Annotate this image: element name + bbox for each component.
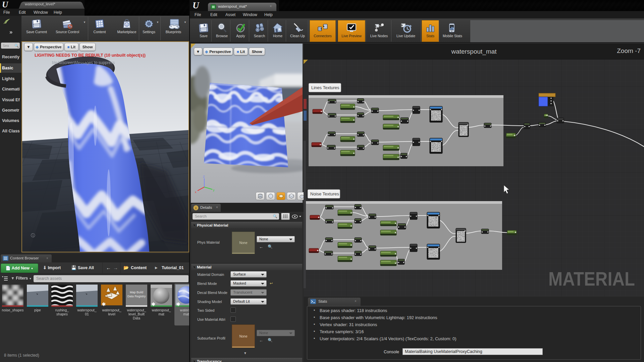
svg-text:MATERIAL: MATERIAL [548,268,635,290]
svg-text:x: x [195,190,197,194]
svg-text:waterspout_mat: waterspout_mat [451,48,497,55]
svg-text:U: U [125,23,128,26]
svg-text:Z: Z [203,175,205,178]
svg-text:Lines Textures: Lines Textures [311,85,339,90]
svg-text:Data Registry: Data Registry [127,295,146,298]
svg-text:y: y [213,188,215,192]
svg-text:Noise Textures: Noise Textures [310,191,339,196]
svg-text:Zoom -7: Zoom -7 [617,47,641,54]
svg-text:i: i [195,206,196,210]
svg-text:ⓘ: ⓘ [31,233,35,238]
svg-text:Map Build: Map Build [130,291,143,294]
